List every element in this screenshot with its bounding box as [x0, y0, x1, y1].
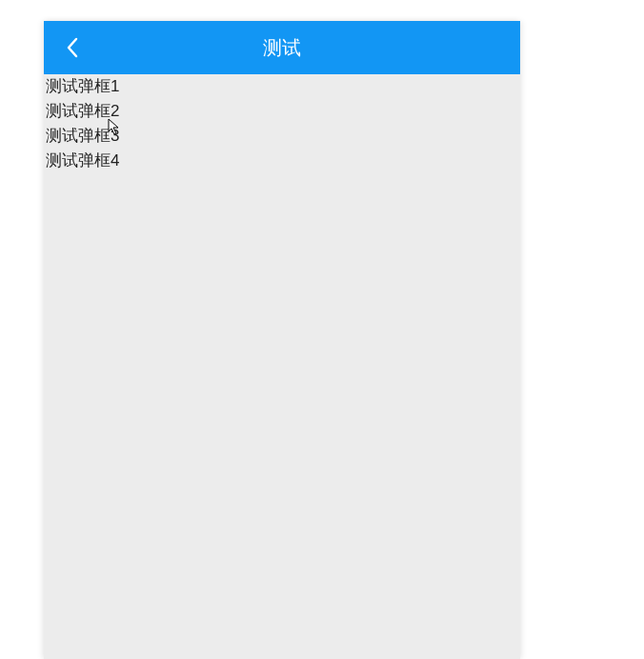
list-item[interactable]: 测试弹框4 — [44, 149, 520, 173]
list-item[interactable]: 测试弹框2 — [44, 99, 520, 124]
header-bar: 测试 — [44, 21, 520, 74]
content-area: 测试弹框1 测试弹框2 测试弹框3 测试弹框4 — [44, 74, 520, 173]
list-item[interactable]: 测试弹框1 — [44, 74, 520, 99]
phone-frame: 测试 测试弹框1 测试弹框2 测试弹框3 测试弹框4 — [44, 21, 520, 659]
chevron-left-icon — [66, 37, 79, 58]
list-item[interactable]: 测试弹框3 — [44, 124, 520, 149]
back-button[interactable] — [61, 36, 84, 59]
page-title: 测试 — [44, 35, 520, 61]
